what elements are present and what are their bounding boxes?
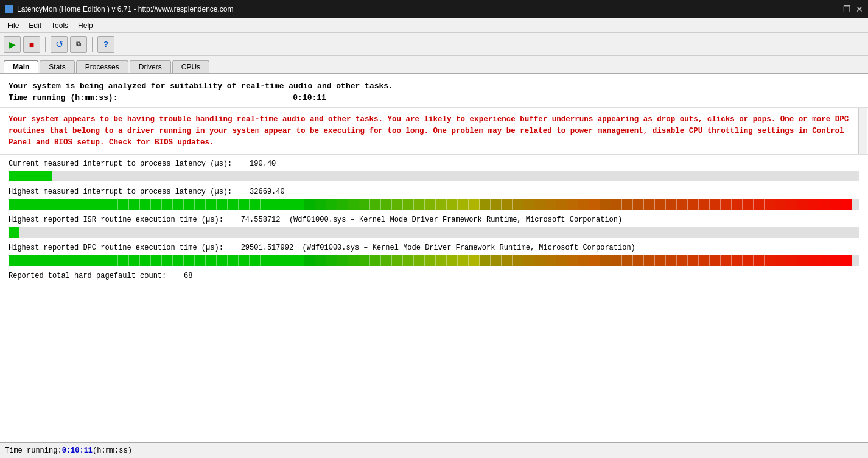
restore-button[interactable]: ❐ xyxy=(843,4,851,14)
metric-isr-time-bar xyxy=(9,227,859,238)
metric-highest-latency: Highest measured interrupt to process la… xyxy=(9,188,859,210)
metric-highest-latency-label: Highest measured interrupt to process la… xyxy=(9,188,859,196)
menu-help[interactable]: Help xyxy=(73,20,98,31)
status-line: Your system is being analyzed for suitab… xyxy=(9,82,859,91)
toolbar-separator-2 xyxy=(92,37,93,52)
warning-section: Your system appears to be having trouble… xyxy=(0,108,868,155)
tabs: Main Stats Processes Drivers CPUs xyxy=(0,56,868,74)
tab-drivers[interactable]: Drivers xyxy=(130,60,171,73)
copy-button[interactable]: ⧉ xyxy=(70,36,87,53)
status-bar-time: 0:10:11 xyxy=(62,446,93,455)
metric-isr-time-label: Highest reported ISR routine execution t… xyxy=(9,216,859,224)
metric-dpc-time-bar xyxy=(9,255,859,266)
title-bar: LatencyMon (Home Edition ) v 6.71 - http… xyxy=(0,0,868,18)
status-bar-suffix: (h:mm:ss) xyxy=(93,446,132,455)
stop-button[interactable]: ■ xyxy=(23,36,40,53)
toolbar: ▶ ■ ↺ ⧉ ? xyxy=(0,33,868,56)
time-label: Time running (h:mm:ss): xyxy=(9,93,117,102)
close-button[interactable]: ✕ xyxy=(856,4,863,14)
reset-button[interactable]: ↺ xyxy=(51,36,68,53)
metric-dpc-time-label: Highest reported DPC routine execution t… xyxy=(9,244,859,252)
toolbar-separator-1 xyxy=(45,37,46,52)
app-icon xyxy=(5,5,13,13)
tab-main[interactable]: Main xyxy=(4,60,38,73)
status-bar-prefix: Time running: xyxy=(5,446,62,455)
title-left: LatencyMon (Home Edition ) v 6.71 - http… xyxy=(5,5,234,13)
warning-text: Your system appears to be having trouble… xyxy=(9,114,859,148)
metrics-section: Current measured interrupt to process la… xyxy=(0,155,868,442)
menu-file[interactable]: File xyxy=(2,20,24,31)
warning-scrollbar[interactable] xyxy=(858,108,867,154)
metric-pagefault: Reported total hard pagefault count: 68 xyxy=(9,272,859,280)
metric-current-latency: Current measured interrupt to process la… xyxy=(9,160,859,181)
metric-highest-latency-bar xyxy=(9,199,859,210)
metric-pagefault-label: Reported total hard pagefault count: 68 xyxy=(9,272,859,280)
tab-cpus[interactable]: CPUs xyxy=(172,60,209,73)
time-value: 0:10:11 xyxy=(293,93,326,102)
metric-current-latency-bar xyxy=(9,171,859,181)
help-button[interactable]: ? xyxy=(97,36,114,53)
tab-processes[interactable]: Processes xyxy=(76,60,128,73)
menu-edit[interactable]: Edit xyxy=(24,20,46,31)
metric-dpc-time: Highest reported DPC routine execution t… xyxy=(9,244,859,266)
metric-isr-time: Highest reported ISR routine execution t… xyxy=(9,216,859,238)
metric-current-latency-label: Current measured interrupt to process la… xyxy=(9,160,859,168)
menu-bar: File Edit Tools Help xyxy=(0,18,868,33)
menu-tools[interactable]: Tools xyxy=(46,20,73,31)
window-controls[interactable]: — ❐ ✕ xyxy=(830,4,863,14)
status-section: Your system is being analyzed for suitab… xyxy=(0,74,868,108)
main-content: Your system is being analyzed for suitab… xyxy=(0,74,868,442)
window-title: LatencyMon (Home Edition ) v 6.71 - http… xyxy=(17,5,234,13)
minimize-button[interactable]: — xyxy=(830,4,838,14)
play-button[interactable]: ▶ xyxy=(4,36,21,53)
status-bar: Time running: 0:10:11 (h:mm:ss) xyxy=(0,442,868,458)
time-line: Time running (h:mm:ss): 0:10:11 xyxy=(9,93,859,102)
tab-stats[interactable]: Stats xyxy=(40,60,74,73)
